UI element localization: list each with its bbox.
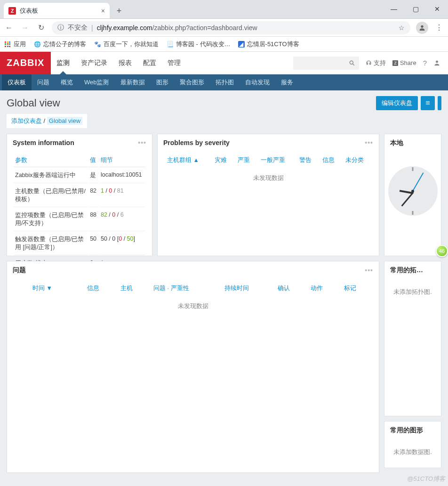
zabbix-logo[interactable]: ZABBIX (0, 52, 51, 74)
apps-shortcut[interactable]: 应用 (4, 40, 26, 49)
search-input[interactable] (293, 57, 359, 70)
cnblog-icon: 📃 (166, 40, 174, 48)
breadcrumb-current[interactable]: Global view (47, 117, 82, 125)
top-nav-item[interactable]: 报表 (113, 52, 137, 74)
col-header[interactable]: 问题 · 严重性 (150, 282, 220, 296)
col-header[interactable]: 时间 ▼ (14, 282, 82, 296)
bookmark-item[interactable]: 🐾百度一下，你就知道 (94, 40, 159, 49)
col-header[interactable]: 严重 (235, 154, 257, 168)
analog-clock-icon (388, 166, 438, 216)
svg-line-2 (353, 64, 354, 65)
edit-dashboard-button[interactable]: 编辑仪表盘 (376, 96, 418, 110)
profile-avatar-icon[interactable] (416, 22, 428, 34)
more-button[interactable] (438, 96, 441, 110)
severity-table: 主机群组 ▲灾难严重一般严重警告信息未分类 (163, 153, 373, 169)
cto-icon: ◢ (238, 41, 245, 48)
no-data-label: 未发现数据 (13, 297, 373, 315)
search-icon (349, 60, 355, 66)
minimize-icon[interactable]: — (383, 0, 405, 18)
col-header[interactable]: 值 (88, 154, 98, 167)
widget-clock: 本地 (384, 134, 441, 256)
app-header: ZABBIX 监测资产记录报表配置管理 支持 Z Share ? (0, 52, 448, 74)
back-icon[interactable]: ← (4, 24, 14, 32)
breadcrumb-add[interactable]: 添加仪表盘 (11, 117, 42, 124)
top-nav-item[interactable]: 配置 (137, 52, 162, 74)
widget-problems: 问题••• 时间 ▼信息主机问题 · 严重性持续时间确认动作标记 未发现数据 (7, 261, 379, 473)
list-view-button[interactable]: ≡ (421, 96, 435, 110)
col-header[interactable]: 灾难 (212, 154, 234, 168)
bookmark-star-icon[interactable]: ☆ (399, 24, 405, 32)
svg-point-1 (350, 61, 353, 64)
col-header[interactable]: 未分类 (343, 154, 372, 168)
col-header[interactable]: 信息 (320, 154, 342, 168)
col-header[interactable]: 主机 (117, 282, 149, 296)
window-controls: — ▢ ✕ (383, 0, 448, 18)
watermark: @51CTO博客 (407, 475, 445, 483)
sub-nav-item[interactable]: 自动发现 (240, 74, 275, 90)
bookmarks-bar: 应用 🌐忘情公子的博客 🐾百度一下，你就知道 📃博客园 - 代码改变… ◢忘情居… (0, 37, 448, 52)
sub-nav-item[interactable]: 聚合图形 (174, 74, 210, 90)
sub-nav-item[interactable]: 问题 (32, 74, 55, 90)
bookmark-item[interactable]: 📃博客园 - 代码改变… (166, 40, 231, 49)
col-header[interactable]: 确认 (274, 282, 306, 296)
widget-title: 常用的图形 (390, 426, 423, 435)
widget-menu-icon[interactable]: ••• (138, 139, 146, 146)
bookmark-item[interactable]: ◢忘情居-51CTO博客 (238, 40, 299, 49)
top-nav-item[interactable]: 管理 (162, 52, 186, 74)
widget-favorite-maps: 常用的拓… 未添加拓扑图. (384, 261, 441, 416)
top-nav: 监测资产记录报表配置管理 (51, 52, 186, 74)
table-row: 主机数量（已启用/已禁用/模板）821 / 0 / 81 (14, 184, 145, 207)
help-icon[interactable]: ? (423, 59, 427, 67)
sub-nav-item[interactable]: 概览 (55, 74, 79, 90)
col-header[interactable]: 细节 (99, 154, 145, 167)
bookmark-item[interactable]: 🌐忘情公子的博客 (33, 40, 86, 49)
top-nav-item[interactable]: 资产记录 (75, 52, 113, 74)
empty-message: 未添加拓扑图. (384, 279, 441, 305)
user-icon[interactable] (433, 59, 440, 66)
widget-title: 本地 (390, 139, 403, 147)
sub-nav-item[interactable]: 仪表板 (2, 74, 32, 90)
col-header[interactable]: 一般严重 (258, 154, 295, 168)
sub-nav-item[interactable]: 最新数据 (115, 74, 151, 90)
widget-title: 常用的拓… (390, 266, 423, 275)
widget-menu-icon[interactable]: ••• (365, 139, 373, 146)
close-tab-icon[interactable]: × (101, 7, 105, 15)
sub-nav-item[interactable]: 图形 (151, 74, 174, 90)
sub-nav-item[interactable]: Web监测 (79, 74, 115, 90)
top-nav-item[interactable]: 监测 (51, 52, 75, 74)
table-row: Zabbix服务器端运行中是localhost:10051 (14, 168, 145, 183)
widget-menu-icon[interactable]: ••• (365, 267, 373, 274)
url-input[interactable]: ⓘ 不安全 | cljhfy.example.com/zabbix.php?ac… (52, 21, 410, 34)
support-link[interactable]: 支持 (366, 59, 386, 67)
maximize-icon[interactable]: ▢ (405, 0, 426, 18)
close-window-icon[interactable]: ✕ (426, 0, 448, 18)
browser-tab[interactable]: Z 仪表板 × (4, 3, 110, 18)
col-header[interactable]: 持续时间 (221, 282, 273, 296)
sub-nav-item[interactable]: 拓扑图 (210, 74, 240, 90)
widget-title: Problems by severity (163, 139, 230, 146)
sub-nav-item[interactable]: 服务 (275, 74, 299, 90)
kebab-menu-icon[interactable]: ⋮ (434, 23, 444, 32)
col-header[interactable]: 动作 (307, 282, 339, 296)
forward-icon[interactable]: → (20, 24, 30, 32)
reload-icon[interactable]: ↻ (36, 23, 46, 32)
widget-title: System information (13, 139, 74, 146)
notification-badge[interactable]: 46 (436, 245, 448, 257)
widget-system-info: System information••• 参数值细节Zabbix服务器端运行中… (7, 134, 152, 256)
sysinfo-table: 参数值细节Zabbix服务器端运行中是localhost:10051主机数量（已… (13, 153, 146, 272)
svg-point-3 (436, 61, 438, 63)
col-header[interactable]: 参数 (14, 154, 88, 167)
sub-nav: 仪表板问题概览Web监测最新数据图形聚合图形拓扑图自动发现服务 (0, 74, 448, 90)
header-right: 支持 Z Share ? (293, 57, 448, 70)
share-link[interactable]: Z Share (392, 59, 416, 66)
page-head: Global view 编辑仪表盘 ≡ (7, 96, 441, 110)
col-header[interactable]: 信息 (83, 282, 115, 296)
svg-point-0 (421, 25, 423, 27)
new-tab-button[interactable]: + (112, 4, 126, 17)
no-data-label: 未发现数据 (163, 169, 373, 187)
paw-icon: 🐾 (94, 40, 101, 48)
col-header[interactable]: 标记 (340, 282, 372, 296)
col-header[interactable]: 主机群组 ▲ (164, 154, 211, 168)
col-header[interactable]: 警告 (296, 154, 319, 168)
tab-title: 仪表板 (20, 7, 38, 15)
